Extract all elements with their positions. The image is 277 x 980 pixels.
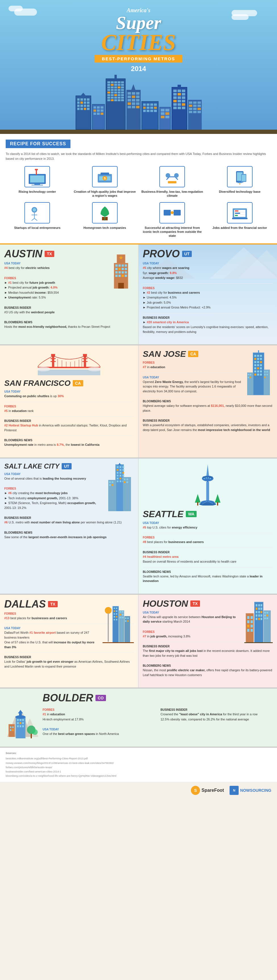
svg-rect-55	[119, 275, 121, 277]
svg-rect-147	[124, 481, 125, 483]
svg-rect-174	[116, 613, 117, 615]
svg-rect-123	[117, 469, 119, 471]
houston-state: TX	[190, 600, 200, 607]
svg-rect-70	[82, 358, 87, 359]
svg-rect-235	[12, 729, 14, 731]
san-jose-city-header: SAN JOSE CA	[143, 350, 243, 358]
boulder-usa-today: USA Today One of the best urban green sp…	[43, 728, 155, 740]
boulder-name: BOULDER	[43, 693, 93, 703]
svg-rect-119	[116, 465, 123, 511]
svg-rect-88	[254, 358, 256, 360]
svg-rect-44	[122, 264, 124, 267]
svg-rect-124	[120, 469, 121, 471]
svg-rect-172	[116, 610, 117, 612]
sf-sanjose-row: SAN FRANCISCO CA USA Today Commuting on …	[0, 345, 277, 458]
svg-rect-58	[118, 283, 124, 289]
svg-rect-197	[250, 620, 253, 623]
svg-rect-222	[264, 615, 266, 616]
svg-rect-243	[22, 722, 24, 724]
svg-rect-89	[257, 358, 259, 360]
source-4: businessinsider.com/best-american-cities…	[6, 770, 271, 774]
sparefoot-logo: S SpareFoot	[191, 786, 224, 795]
seattle-city-header: SEATTLE WA	[143, 509, 273, 519]
svg-rect-240	[22, 719, 24, 721]
svg-rect-180	[120, 611, 121, 612]
seattle-business-insider: Business Insider #4 healthiest metro are…	[143, 551, 273, 568]
nowsourcing-name: NOWSOURCING	[240, 788, 271, 793]
sf-state: CA	[73, 380, 83, 387]
svg-rect-132	[117, 477, 119, 479]
svg-rect-104	[257, 374, 259, 375]
dallas-houston-row: DALLAS TX Forbes #13 best places for bus…	[0, 595, 277, 689]
dallas-section: DALLAS TX Forbes #13 best places for bus…	[0, 595, 139, 688]
svg-rect-52	[122, 271, 124, 274]
sf-business-insider: Business Insider #2 Hottest Startup Hub …	[4, 419, 134, 436]
provo-name: PROVO	[143, 249, 180, 259]
slc-bloomberg: Bloomberg News Saw some of the largest m…	[4, 531, 134, 543]
svg-rect-4	[36, 170, 37, 175]
svg-rect-126	[117, 472, 119, 474]
title-super: Super	[0, 14, 277, 32]
svg-rect-141	[109, 481, 111, 483]
svg-rect-49	[125, 268, 127, 270]
dallas-city-header: DALLAS TX	[4, 599, 101, 609]
svg-rect-45	[125, 264, 127, 267]
svg-point-159	[208, 477, 209, 479]
svg-rect-108	[248, 374, 249, 375]
svg-point-17	[239, 183, 241, 185]
slc-section: SALT LAKE CITY UT USA Today One of sever…	[0, 458, 139, 593]
svg-rect-110	[248, 377, 249, 378]
svg-rect-196	[247, 620, 249, 623]
svg-rect-53	[125, 271, 127, 274]
svg-rect-97	[254, 368, 256, 369]
svg-rect-86	[257, 355, 259, 357]
seattle-section: SEATTLE WA USA Today #5 top U.S. cities …	[139, 458, 277, 593]
svg-rect-85	[254, 355, 256, 357]
svg-rect-130	[120, 475, 121, 477]
recipe-item-high-quality-jobs: $ Creation of high-quality jobs that imp…	[73, 166, 137, 198]
svg-rect-190	[127, 620, 129, 622]
provo-forbes: Forbes ► #2 best city for business and c…	[143, 286, 273, 313]
svg-rect-128	[122, 472, 124, 474]
seattle-usa-today: USA Today #5 top U.S. cities for energy …	[143, 522, 273, 533]
slc-name: SALT LAKE CITY	[4, 463, 59, 470]
svg-rect-92	[257, 361, 259, 363]
svg-rect-13	[168, 181, 176, 183]
sf-forbes: Forbes #5 in education rank	[4, 405, 134, 417]
svg-rect-209	[261, 608, 262, 610]
svg-rect-199	[250, 625, 253, 627]
svg-point-158	[206, 477, 207, 479]
svg-rect-56	[122, 275, 124, 277]
recipe-item-attract-label: Successful at attracting interest from i…	[141, 226, 204, 238]
svg-rect-37	[232, 218, 247, 219]
svg-rect-212	[261, 611, 262, 613]
svg-rect-184	[120, 617, 121, 618]
nowsourcing-logo: N NOWSOURCING	[230, 786, 271, 795]
svg-rect-131	[122, 475, 124, 477]
svg-rect-116	[266, 374, 268, 375]
svg-rect-191	[103, 642, 134, 643]
svg-rect-177	[114, 619, 115, 620]
svg-rect-249	[31, 734, 32, 738]
svg-point-11	[166, 173, 170, 178]
seattle-state: WA	[186, 511, 197, 517]
san-jose-section: SAN JOSE CA Forbes #7 in education USA T…	[139, 345, 277, 457]
svg-rect-91	[254, 361, 256, 363]
svg-rect-109	[250, 374, 251, 375]
svg-rect-182	[120, 614, 121, 616]
svg-rect-93	[260, 361, 262, 363]
svg-rect-87	[260, 355, 262, 357]
svg-rect-90	[260, 358, 262, 360]
svg-rect-100	[254, 371, 256, 372]
houston-city-header: HOUSTON TX	[143, 599, 243, 608]
footer: S SpareFoot N NOWSOURCING	[0, 783, 277, 798]
recipe-item-jobs-label: Creation of high-quality jobs that impro…	[73, 189, 137, 198]
svg-rect-16	[238, 182, 242, 183]
svg-rect-171	[114, 610, 115, 612]
svg-rect-185	[122, 617, 123, 618]
svg-rect-48	[122, 268, 124, 270]
houston-section: HOUSTON TX USA Today Air China will upgr…	[139, 595, 277, 688]
san-jose-name: SAN JOSE	[143, 350, 186, 358]
svg-rect-142	[112, 481, 113, 483]
svg-rect-36	[235, 215, 238, 216]
